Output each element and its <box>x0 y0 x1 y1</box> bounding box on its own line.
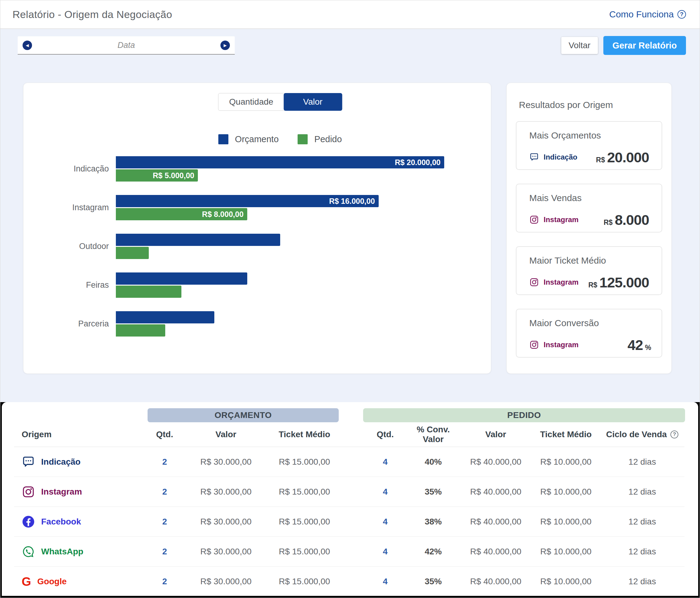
orcamento-qtd[interactable]: 2 <box>148 577 182 587</box>
pedido-valor: R$ 40.000,00 <box>459 547 532 556</box>
bar-group-instagram: Instagram R$ 16.000,00 R$ 8.000,00 <box>23 195 468 220</box>
table-row-facebook: Facebook 2 R$ 30.000,00 R$ 15.000,00 4 3… <box>14 507 684 537</box>
bar-orcamento <box>116 234 280 246</box>
results-panel: Resultados por Origem Mais Orçamentos In… <box>506 83 672 374</box>
orcamento-qtd[interactable]: 2 <box>148 487 182 497</box>
pedido-swatch <box>298 134 308 144</box>
prev-date-arrow-icon[interactable]: ◀ <box>23 41 32 50</box>
google-icon: G <box>22 575 31 588</box>
orcamento-valor: R$ 30.000,00 <box>182 547 270 556</box>
kpi-value: R$20.000 <box>596 149 651 166</box>
pedido-qtd[interactable]: 4 <box>363 517 407 527</box>
orcamento-ticket: R$ 15.000,00 <box>270 487 339 497</box>
orcamento-ticket: R$ 15.000,00 <box>270 547 339 556</box>
conversao: 42% <box>407 547 459 556</box>
ciclo-question-icon[interactable]: ? <box>670 430 678 438</box>
bar-group-parceria: Parceria <box>23 311 468 337</box>
legend-pedido: Pedido <box>298 134 342 144</box>
chart-card: Quantidade Valor Orçamento Pedido Indica… <box>23 83 491 374</box>
orcamento-qtd[interactable]: 2 <box>148 547 182 556</box>
how-it-works-link[interactable]: Como Funciona ? <box>609 9 686 20</box>
results-heading: Resultados por Origem <box>519 100 613 110</box>
generate-report-button[interactable]: Gerar Relatório <box>603 36 686 55</box>
orcamento-swatch <box>218 134 228 144</box>
table-row-indicacao: Indicação 2 R$ 30.000,00 R$ 15.000,00 4 … <box>14 447 684 477</box>
how-it-works-label: Como Funciona <box>609 9 674 20</box>
bar-orcamento <box>116 272 247 285</box>
bar-pedido <box>116 324 165 337</box>
pedido-qtd[interactable]: 4 <box>363 547 407 556</box>
orcamento-ticket: R$ 15.000,00 <box>270 457 339 467</box>
kpi-value: R$8.000 <box>604 211 651 228</box>
question-icon: ? <box>677 10 686 19</box>
facebook-icon <box>22 515 35 528</box>
legend-orcamento: Orçamento <box>218 134 279 144</box>
main-content: Quantidade Valor Orçamento Pedido Indica… <box>0 61 700 402</box>
pedido-valor: R$ 40.000,00 <box>459 487 532 497</box>
origin-link[interactable]: G Google <box>14 575 148 588</box>
origin-link[interactable]: WhatsApp <box>14 545 148 558</box>
kpi-card-mais-orcamentos: Mais Orçamentos Indicação R$20.000 <box>516 121 662 170</box>
bar-group-indicacao: Indicação R$ 20.000,00 R$ 5.000,00 <box>23 156 468 182</box>
orcamento-ticket: R$ 15.000,00 <box>270 517 339 527</box>
bar-pedido <box>116 247 149 259</box>
ciclo-venda: 12 dias <box>599 517 685 527</box>
next-date-arrow-icon[interactable]: ▶ <box>220 41 230 50</box>
date-range-picker[interactable]: ◀ Data ▶ <box>18 36 235 55</box>
category-label: Instagram <box>23 195 109 220</box>
origin-link[interactable]: Instagram <box>14 485 148 499</box>
conversao: 40% <box>407 457 459 467</box>
pedido-qtd[interactable]: 4 <box>363 577 407 587</box>
ciclo-venda: 12 dias <box>599 577 685 587</box>
orcamento-valor: R$ 30.000,00 <box>182 517 270 527</box>
pedido-ticket: R$ 10.000,00 <box>532 517 599 527</box>
ciclo-venda: 12 dias <box>599 487 685 497</box>
bar-orcamento: R$ 20.000,00 <box>116 156 444 168</box>
toggle-quantidade[interactable]: Quantidade <box>218 93 284 111</box>
toolbar: ◀ Data ▶ Voltar Gerar Relatório <box>0 30 700 61</box>
instagram-icon <box>529 277 539 287</box>
kpi-card-maior-conversao: Maior Conversão Instagram 42% <box>516 309 662 358</box>
orcamento-ticket: R$ 15.000,00 <box>270 577 339 587</box>
pedido-qtd[interactable]: 4 <box>363 487 407 497</box>
table-section: ORÇAMENTO PEDIDO Origem Qtd. Valor Ticke… <box>0 402 700 598</box>
origin-link[interactable]: Indicação <box>14 455 148 469</box>
bar-orcamento: R$ 16.000,00 <box>116 195 379 207</box>
whatsapp-icon <box>22 545 35 558</box>
kpi-card-mais-vendas: Mais Vendas Instagram R$8.000 <box>516 184 662 233</box>
instagram-icon <box>22 485 35 499</box>
orcamento-qtd[interactable]: 2 <box>148 457 182 467</box>
ciclo-venda: 12 dias <box>599 457 685 467</box>
category-label: Parceria <box>23 311 109 337</box>
instagram-icon <box>529 215 539 224</box>
pedido-qtd[interactable]: 4 <box>363 457 407 467</box>
orcamento-valor: R$ 30.000,00 <box>182 457 270 467</box>
conversao: 38% <box>407 517 459 527</box>
chart-legend: Orçamento Pedido <box>218 134 342 144</box>
bar-group-outdoor: Outdoor <box>23 234 468 259</box>
pedido-ticket: R$ 10.000,00 <box>532 577 599 587</box>
conversao: 35% <box>407 487 459 497</box>
orcamento-qtd[interactable]: 2 <box>148 517 182 527</box>
table-row-whatsapp: WhatsApp 2 R$ 30.000,00 R$ 15.000,00 4 4… <box>14 537 684 567</box>
table-row-google: G Google 2 R$ 30.000,00 R$ 15.000,00 4 3… <box>14 567 684 596</box>
orcamento-valor: R$ 30.000,00 <box>182 487 270 497</box>
bar-pedido <box>116 286 181 298</box>
chart-mode-toggle: Quantidade Valor <box>218 93 342 111</box>
chat-bubble-icon <box>529 152 539 162</box>
category-label: Feiras <box>23 272 109 298</box>
pedido-ticket: R$ 10.000,00 <box>532 547 599 556</box>
pedido-ticket: R$ 10.000,00 <box>532 487 599 497</box>
category-label: Outdoor <box>23 234 109 259</box>
bar-pedido: R$ 5.000,00 <box>116 169 198 182</box>
pedido-valor: R$ 40.000,00 <box>459 457 532 467</box>
pedido-ticket: R$ 10.000,00 <box>532 457 599 467</box>
back-button[interactable]: Voltar <box>561 37 598 54</box>
origin-link[interactable]: Facebook <box>14 515 148 528</box>
category-label: Indicação <box>23 156 109 182</box>
chat-bubble-icon <box>22 455 35 469</box>
kpi-value: 42% <box>625 337 651 353</box>
toggle-valor[interactable]: Valor <box>283 93 342 111</box>
orcamento-valor: R$ 30.000,00 <box>182 577 270 587</box>
date-input[interactable]: Data <box>32 41 220 50</box>
